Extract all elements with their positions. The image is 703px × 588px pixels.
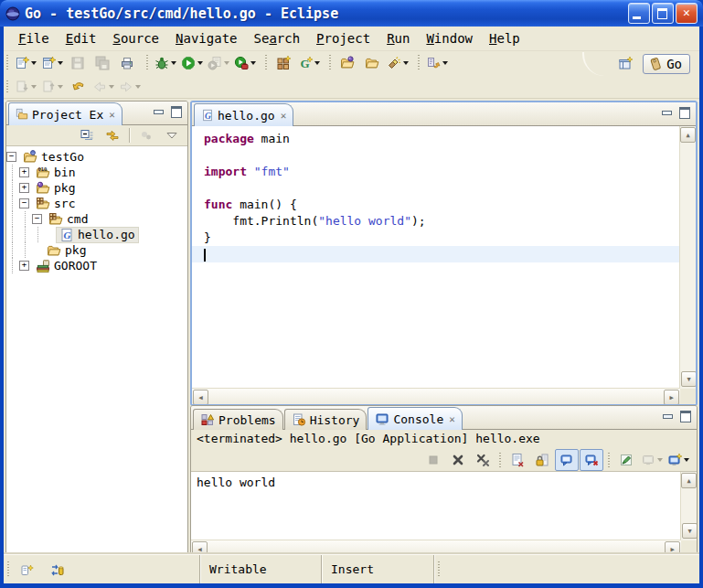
folder-grid-icon	[48, 212, 63, 227]
dropdown-arrow-icon[interactable]	[684, 458, 689, 462]
dropdown-arrow-icon[interactable]	[58, 85, 63, 89]
scroll-right-arrow[interactable]: ▶	[665, 541, 680, 554]
remove-button[interactable]	[446, 449, 470, 471]
menu-window[interactable]: Window	[419, 29, 480, 48]
tree-item-hello-go[interactable]: hello.go	[6, 227, 187, 242]
menu-navigate[interactable]: Navigate	[168, 29, 244, 48]
tree-expander-minus[interactable]: −	[19, 198, 29, 208]
console-maximize-button[interactable]	[678, 410, 693, 423]
close-button[interactable]: ✕	[676, 3, 698, 24]
editor-maximize-button[interactable]	[677, 106, 692, 120]
editor-minimize-button[interactable]	[659, 106, 674, 120]
tree-expander-plus[interactable]: +	[19, 183, 29, 193]
dropdown-arrow-icon[interactable]	[657, 458, 663, 462]
import-folder-button[interactable]	[336, 52, 359, 74]
scroll-up-arrow[interactable]: ▲	[680, 127, 696, 143]
new-go-button[interactable]	[296, 52, 322, 74]
dropdown-arrow-icon[interactable]	[31, 61, 37, 65]
scroll-up-arrow[interactable]: ▲	[681, 473, 697, 488]
next-annot-button	[13, 76, 38, 98]
menu-help[interactable]: Help	[482, 29, 527, 48]
tree-expander-plus[interactable]: +	[19, 261, 29, 271]
tab-close-icon[interactable]: ✕	[449, 413, 455, 425]
dropdown-arrow-icon[interactable]	[58, 61, 63, 65]
tree-item-bin[interactable]: +bin	[6, 165, 187, 180]
scroll-left-arrow[interactable]: ◀	[193, 390, 208, 405]
console-trim-button[interactable]	[46, 559, 69, 581]
menu-run[interactable]: Run	[379, 29, 417, 48]
link-editor-button[interactable]	[101, 124, 124, 146]
tree-item-pkg[interactable]: +pkg	[6, 180, 187, 196]
dropdown-arrow-icon[interactable]	[224, 61, 229, 65]
dropdown-arrow-icon[interactable]	[197, 61, 203, 65]
console-minimize-button[interactable]	[660, 410, 675, 423]
scroll-lock-button[interactable]	[530, 449, 554, 471]
dropdown-arrow-icon[interactable]	[109, 85, 114, 89]
print-button[interactable]	[115, 52, 139, 74]
tab-problems[interactable]: Problems	[193, 409, 283, 430]
tab-console[interactable]: Console✕	[367, 407, 462, 430]
menu-file[interactable]: File	[11, 29, 57, 48]
collapse-all-button[interactable]	[75, 124, 99, 146]
run-icon	[181, 56, 196, 70]
open-console-button[interactable]	[666, 449, 691, 471]
debug-button[interactable]	[153, 52, 178, 74]
project-maximize-button[interactable]	[169, 105, 184, 119]
scroll-left-arrow[interactable]: ◀	[192, 541, 208, 554]
project-explorer-tab[interactable]: Project Ex ✕	[8, 102, 122, 125]
editor-vertical-scrollbar[interactable]: ▲ ▼	[679, 126, 696, 389]
dropdown-arrow-icon[interactable]	[171, 61, 176, 65]
console-output[interactable]: hello world	[191, 472, 681, 540]
scroll-right-arrow[interactable]: ▶	[664, 390, 679, 405]
editor-horizontal-scrollbar[interactable]: ◀ ▶	[192, 388, 680, 404]
tree-item-testgo[interactable]: −testGo	[6, 149, 187, 165]
new-file-button[interactable]	[13, 52, 38, 74]
dropdown-arrow-icon[interactable]	[314, 61, 320, 65]
menu-project[interactable]: Project	[309, 29, 378, 48]
tree-item-pkg[interactable]: pkg	[6, 242, 187, 258]
new-pkg-button[interactable]	[272, 52, 295, 74]
remove-all-button[interactable]	[471, 449, 495, 471]
view-menu-button[interactable]	[160, 124, 184, 146]
tab-history[interactable]: History	[284, 409, 367, 430]
maximize-button[interactable]	[652, 3, 674, 24]
dropdown-arrow-icon[interactable]	[442, 61, 448, 65]
go-perspective-button[interactable]: Go	[643, 54, 690, 74]
minimize-button[interactable]	[628, 3, 650, 24]
stdout-button[interactable]	[555, 449, 579, 471]
dropdown-arrow-icon[interactable]	[135, 85, 141, 89]
dropdown-arrow-icon[interactable]	[250, 61, 256, 65]
tree-expander-plus[interactable]: +	[19, 167, 29, 177]
scroll-down-arrow[interactable]: ▼	[681, 371, 697, 387]
ext-tools-button[interactable]	[232, 52, 258, 74]
new-file2-button[interactable]	[39, 52, 65, 74]
clear-button[interactable]	[506, 449, 529, 471]
console-vertical-scrollbar[interactable]: ▲ ▼	[680, 472, 697, 540]
menu-source[interactable]: Source	[105, 29, 166, 48]
mark-occurrences-button[interactable]	[424, 52, 450, 74]
dropdown-arrow-icon[interactable]	[403, 61, 409, 65]
search-button[interactable]	[385, 52, 410, 74]
pin-button[interactable]	[614, 449, 638, 471]
tree-item-cmd[interactable]: −cmd	[6, 211, 187, 227]
editor-tab-hello-go[interactable]: hello.go ✕	[194, 103, 293, 126]
open-perspective-button[interactable]	[613, 53, 637, 75]
code-area[interactable]: package mainimport "fmt"func main() { fm…	[192, 126, 680, 389]
console-horizontal-scrollbar[interactable]: ◀ ▶	[191, 540, 681, 554]
project-minimize-button[interactable]	[151, 105, 165, 119]
scroll-down-arrow[interactable]: ▼	[682, 523, 698, 539]
menu-edit[interactable]: Edit	[59, 29, 104, 48]
last-edit-button[interactable]	[66, 76, 90, 98]
tree-expander-minus[interactable]: −	[6, 152, 16, 162]
tree-expander-minus[interactable]: −	[32, 214, 42, 224]
editor-tab-close-icon[interactable]: ✕	[281, 110, 287, 122]
stderr-button[interactable]	[580, 449, 603, 471]
menu-search[interactable]: Search	[247, 29, 308, 48]
run-button[interactable]	[179, 52, 205, 74]
project-explorer-close-icon[interactable]: ✕	[109, 109, 115, 121]
dropdown-arrow-icon[interactable]	[31, 85, 37, 89]
tree-item-goroot[interactable]: +GOROOT	[6, 258, 187, 273]
tree-item-src[interactable]: −src	[6, 196, 187, 211]
open-folder-button[interactable]	[360, 52, 384, 74]
fast-view-button[interactable]	[15, 559, 38, 581]
